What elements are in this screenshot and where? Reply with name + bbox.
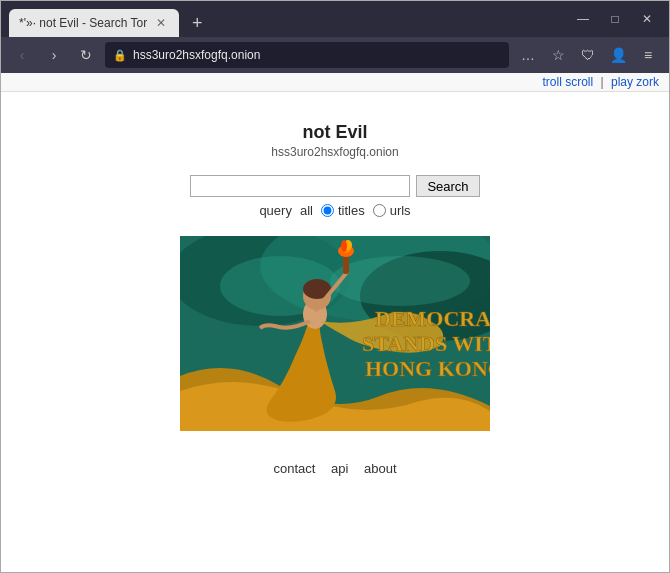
- page-content: not Evil hss3uro2hsxfogfq.onion Search q…: [1, 92, 669, 572]
- title-bar: *'»· not Evil - Search Tor ✕ + — □ ✕: [1, 1, 669, 37]
- troll-scroll-link[interactable]: troll scroll: [542, 75, 593, 89]
- search-area: Search: [190, 175, 479, 197]
- svg-text:STANDS WITH: STANDS WITH: [362, 331, 490, 356]
- urls-radio-group: urls: [373, 203, 411, 218]
- active-tab[interactable]: *'»· not Evil - Search Tor ✕: [9, 9, 179, 37]
- reload-button[interactable]: ↻: [73, 42, 99, 68]
- hero-svg: DEMOCRACY STANDS WITH HONG KONG: [180, 236, 490, 431]
- api-link[interactable]: api: [331, 461, 348, 476]
- more-icon[interactable]: …: [515, 42, 541, 68]
- lock-icon: 🔒: [113, 49, 127, 62]
- all-label: all: [300, 203, 313, 218]
- contact-link[interactable]: contact: [273, 461, 315, 476]
- address-text: hss3uro2hsxfogfq.onion: [133, 48, 501, 62]
- footer-links: contact api about: [267, 461, 402, 476]
- browser-frame: *'»· not Evil - Search Tor ✕ + — □ ✕ ‹ ›…: [0, 0, 670, 573]
- minimize-button[interactable]: —: [569, 5, 597, 33]
- urls-label: urls: [390, 203, 411, 218]
- titles-radio[interactable]: [321, 204, 334, 217]
- close-button[interactable]: ✕: [633, 5, 661, 33]
- link-separator: |: [601, 75, 604, 89]
- search-input[interactable]: [190, 175, 410, 197]
- query-label: query: [259, 203, 292, 218]
- maximize-button[interactable]: □: [601, 5, 629, 33]
- hero-image: DEMOCRACY STANDS WITH HONG KONG: [180, 236, 490, 431]
- toolbar: ‹ › ↻ 🔒 hss3uro2hsxfogfq.onion … ☆ 🛡 👤 ≡: [1, 37, 669, 73]
- urls-radio[interactable]: [373, 204, 386, 217]
- new-tab-button[interactable]: +: [183, 9, 211, 37]
- star-icon[interactable]: ☆: [545, 42, 571, 68]
- site-subtitle: hss3uro2hsxfogfq.onion: [271, 145, 398, 159]
- tab-title: *'»· not Evil - Search Tor: [19, 16, 147, 30]
- person-icon[interactable]: 👤: [605, 42, 631, 68]
- titles-label: titles: [338, 203, 365, 218]
- menu-icon[interactable]: ≡: [635, 42, 661, 68]
- svg-point-5: [330, 256, 470, 306]
- shield-icon[interactable]: 🛡: [575, 42, 601, 68]
- toolbar-actions: … ☆ 🛡 👤 ≡: [515, 42, 661, 68]
- window-controls: — □ ✕: [569, 5, 661, 33]
- address-bar[interactable]: 🔒 hss3uro2hsxfogfq.onion: [105, 42, 509, 68]
- svg-point-14: [341, 240, 347, 252]
- search-button[interactable]: Search: [416, 175, 479, 197]
- back-button[interactable]: ‹: [9, 42, 35, 68]
- svg-text:DEMOCRACY: DEMOCRACY: [375, 306, 490, 331]
- forward-button[interactable]: ›: [41, 42, 67, 68]
- svg-text:HONG KONG: HONG KONG: [365, 356, 490, 381]
- site-title: not Evil: [302, 122, 367, 143]
- titles-radio-group: titles: [321, 203, 365, 218]
- filter-row: query all titles urls: [259, 203, 410, 218]
- about-link[interactable]: about: [364, 461, 397, 476]
- tab-bar: *'»· not Evil - Search Tor ✕ +: [9, 1, 569, 37]
- play-zork-link[interactable]: play zork: [611, 75, 659, 89]
- top-links-bar: troll scroll | play zork: [1, 73, 669, 92]
- tab-close-button[interactable]: ✕: [153, 15, 169, 31]
